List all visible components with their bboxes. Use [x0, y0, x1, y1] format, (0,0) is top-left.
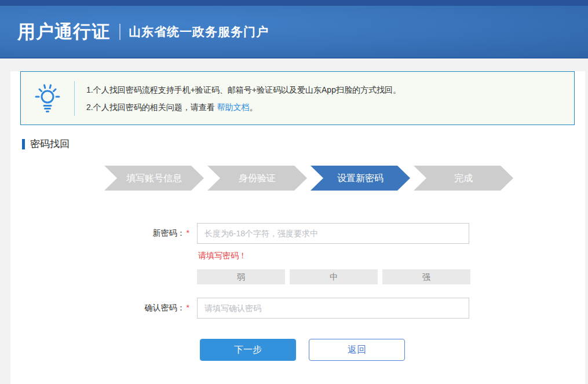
content-card: 1.个人找回密码流程支持手机+验证码、邮箱号+验证码以及爱山东App扫脸的方式找… — [10, 71, 585, 384]
notice-line-1: 1.个人找回密码流程支持手机+验证码、邮箱号+验证码以及爱山东App扫脸的方式找… — [86, 81, 401, 98]
step-indicator: 填写账号信息 身份验证 设置新密码 完成 — [104, 166, 585, 191]
step-complete: 完成 — [414, 166, 513, 191]
strength-strong: 强 — [382, 269, 470, 284]
notice-line-2: 2.个人找回密码的相关问题，请查看 帮助文档。 — [86, 98, 401, 116]
new-password-row: 新密码：* — [10, 223, 585, 244]
header-divider — [119, 24, 120, 40]
form-actions: 下一步 返回 — [200, 339, 585, 361]
strength-medium: 中 — [290, 269, 378, 284]
back-button[interactable]: 返回 — [309, 339, 405, 361]
new-password-label: 新密码：* — [10, 228, 197, 239]
next-step-button[interactable]: 下一步 — [200, 339, 296, 361]
strength-weak: 弱 — [197, 269, 285, 284]
header-banner: 用户通行证 山东省统一政务服务门户 — [0, 6, 588, 58]
header-top-strip — [0, 0, 588, 6]
required-asterisk: * — [187, 228, 189, 237]
password-error-message: 请填写密码！ — [198, 251, 585, 261]
password-form: 新密码：* 请填写密码！ 弱 中 强 确认密码：* 下一步 返回 — [10, 223, 585, 361]
site-title: 用户通行证 — [17, 20, 110, 44]
required-asterisk: * — [187, 303, 189, 312]
section-title-row: 密码找回 — [22, 137, 585, 151]
step-set-new-password: 设置新密码 — [311, 166, 410, 191]
site-subtitle: 山东省统一政务服务门户 — [129, 24, 269, 40]
help-doc-link[interactable]: 帮助文档 — [217, 103, 250, 112]
step-fill-account-info: 填写账号信息 — [104, 166, 204, 191]
page-title: 密码找回 — [30, 137, 70, 151]
password-strength-meter: 弱 中 强 — [197, 269, 470, 284]
section-accent-bar — [22, 139, 25, 149]
notice-line-2-text: 2.个人找回密码的相关问题，请查看 — [86, 103, 217, 112]
step-identity-verification: 身份验证 — [207, 166, 307, 191]
page-header: 用户通行证 山东省统一政务服务门户 — [0, 0, 588, 60]
confirm-password-row: 确认密码：* — [10, 298, 585, 319]
new-password-input[interactable] — [197, 223, 469, 244]
notice-divider — [74, 81, 75, 116]
lightbulb-icon — [21, 83, 74, 114]
notice-box: 1.个人找回密码流程支持手机+验证码、邮箱号+验证码以及爱山东App扫脸的方式找… — [20, 71, 575, 125]
confirm-password-input[interactable] — [197, 298, 469, 319]
notice-line-2-suffix: 。 — [250, 103, 258, 112]
confirm-password-label: 确认密码：* — [10, 303, 197, 313]
